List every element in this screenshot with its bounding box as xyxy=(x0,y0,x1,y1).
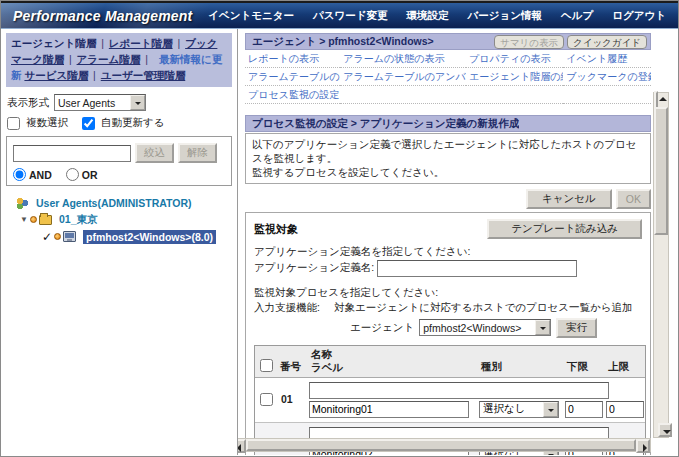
or-label: OR xyxy=(82,169,98,181)
process-name-input[interactable] xyxy=(309,382,609,399)
horizontal-scroll-thumb[interactable] xyxy=(246,439,636,451)
agent-menu-panel: エージェント > pfmhost2<Windows> サマリの表示 クイックガイ… xyxy=(245,33,651,104)
link-process-monitoring-settings[interactable]: プロセス監視の設定 xyxy=(248,89,339,100)
scroll-down-icon[interactable] xyxy=(658,423,672,437)
chevron-down-icon[interactable] xyxy=(130,95,145,110)
vertical-scrollbar[interactable] xyxy=(653,92,669,438)
process-instruction: 監視対象プロセスを指定してください: xyxy=(254,286,438,300)
process-label-input[interactable] xyxy=(309,401,469,418)
col-number: 番号 xyxy=(278,360,309,375)
folder-icon xyxy=(39,215,52,225)
tree-expand-icon[interactable]: ▼ xyxy=(18,215,30,224)
main-pane: エージェント > pfmhost2<Windows> サマリの表示 クイックガイ… xyxy=(238,29,678,455)
display-format-label: 表示形式 xyxy=(7,96,49,110)
vertical-scroll-thumb[interactable] xyxy=(654,107,668,235)
title-bar: Performance Management イベントモニター パスワード変更 … xyxy=(1,1,678,29)
tree-folder-label: 01_東京 xyxy=(59,213,98,227)
agent-select-value: pfmhost2<Windows> xyxy=(420,322,535,334)
link-bind-alarm-table[interactable]: アラームテーブルのバインド xyxy=(248,71,340,82)
nav-separator: | xyxy=(69,53,72,65)
upper-limit-input[interactable] xyxy=(606,401,644,418)
agent-select-label: エージェント xyxy=(350,321,414,335)
col-type: 種別 xyxy=(479,360,565,375)
and-label: AND xyxy=(29,169,52,181)
description-line1: 以下のアプリケーション定義で選択したエージェントに対応したホストのプロセスを監視… xyxy=(252,137,644,165)
scroll-right-icon[interactable] xyxy=(636,439,650,453)
user-agents-icon xyxy=(16,197,29,209)
agent-action-links: レポートの表示 アラームの状態の表示 プロパティの表示 イベント履歴 アラームテ… xyxy=(245,50,651,104)
scroll-left-icon[interactable] xyxy=(238,439,246,453)
filter-keyword-input[interactable] xyxy=(13,145,131,162)
tree-folder-tokyo[interactable]: ▼ 01_東京 xyxy=(6,211,232,228)
link-display-alarm-status[interactable]: アラームの状態の表示 xyxy=(343,53,444,64)
chevron-down-icon[interactable] xyxy=(543,402,558,417)
table-row: 01 選択なし xyxy=(255,378,645,423)
lower-limit-input[interactable] xyxy=(565,401,603,418)
check-icon[interactable]: ✓ xyxy=(40,230,54,244)
quick-guide-button[interactable]: クイックガイド xyxy=(567,35,647,49)
link-edit-agent-hierarchy[interactable]: エージェント階層の編集 xyxy=(469,71,563,82)
link-display-properties[interactable]: プロパティの表示 xyxy=(469,53,550,64)
process-settings-panel: プロセス監視の設定 > アプリケーション定義の新規作成 以下のアプリケーション定… xyxy=(245,115,651,455)
or-radio[interactable] xyxy=(66,168,79,181)
description-line2: 監視するプロセスを設定してください。 xyxy=(252,165,644,179)
row-select-checkbox[interactable] xyxy=(260,393,273,406)
nav-report-hierarchy[interactable]: レポート階層 xyxy=(109,37,173,49)
tree-filter-box: 絞込 解除 AND OR xyxy=(6,136,232,186)
auto-update-checkbox[interactable] xyxy=(82,117,95,130)
appdef-name-input[interactable] xyxy=(377,260,577,277)
auto-update-label: 自動更新する xyxy=(101,116,165,130)
cancel-button[interactable]: キャンセル xyxy=(526,189,612,209)
type-select[interactable]: 選択なし xyxy=(479,401,559,418)
select-all-checkbox[interactable] xyxy=(260,359,273,372)
filter-clear-button[interactable]: 解除 xyxy=(178,143,217,163)
summary-display-button[interactable]: サマリの表示 xyxy=(494,35,564,49)
agent-select[interactable]: pfmhost2<Windows> xyxy=(419,319,551,336)
link-event-history[interactable]: イベント履歴 xyxy=(566,53,627,64)
menu-environment-settings[interactable]: 環境設定 xyxy=(407,9,449,23)
chevron-down-icon[interactable] xyxy=(535,320,550,335)
hierarchy-nav: エージェント階層 | レポート階層 | ブックマーク階層 | アラーム階層 | … xyxy=(6,33,232,87)
menu-logout[interactable]: ログアウト xyxy=(612,9,666,23)
ok-button[interactable]: OK xyxy=(616,189,651,209)
display-format-select[interactable]: User Agents xyxy=(54,94,146,111)
multi-select-checkbox[interactable] xyxy=(7,117,20,130)
input-assist-description: 対象エージェントに対応するホストでのプロセス一覧から追加 xyxy=(334,301,633,315)
horizontal-scrollbar[interactable] xyxy=(238,438,651,452)
menu-help[interactable]: ヘルプ xyxy=(561,9,593,23)
menu-version-info[interactable]: バージョン情報 xyxy=(468,9,542,23)
load-template-button[interactable]: テンプレート読み込み xyxy=(487,219,642,239)
nav-separator: | xyxy=(145,53,148,65)
tree-agent-label: pfmhost2<Windows>(8.0) xyxy=(83,230,216,244)
app-window: Performance Management イベントモニター パスワード変更 … xyxy=(0,0,679,457)
col-lower: 下限 xyxy=(565,360,606,375)
nav-agent-hierarchy: エージェント階層 xyxy=(11,37,96,49)
nav-separator: | xyxy=(177,37,180,49)
menu-event-monitor[interactable]: イベントモニター xyxy=(208,9,294,23)
execute-button[interactable]: 実行 xyxy=(556,318,597,338)
filter-narrow-button[interactable]: 絞込 xyxy=(135,143,174,163)
process-table-header: 番号 名称 ラベル 種別 下限 上限 xyxy=(255,346,645,378)
link-register-bookmark[interactable]: ブックマークの登録 xyxy=(566,71,651,82)
banner-menu: イベントモニター パスワード変更 環境設定 バージョン情報 ヘルプ ログアウト xyxy=(208,9,666,23)
agent-panel-header: エージェント > pfmhost2<Windows> サマリの表示 クイックガイ… xyxy=(245,33,651,50)
menu-change-password[interactable]: パスワード変更 xyxy=(313,9,387,23)
sidebar: エージェント階層 | レポート階層 | ブックマーク階層 | アラーム階層 | … xyxy=(1,29,238,455)
process-breadcrumb: プロセス監視の設定 > アプリケーション定義の新規作成 xyxy=(252,117,519,131)
monitor-target-heading: 監視対象 xyxy=(254,219,298,237)
nav-alarm-hierarchy[interactable]: アラーム階層 xyxy=(77,53,141,65)
link-display-report[interactable]: レポートの表示 xyxy=(248,53,319,64)
app-logo: Performance Management xyxy=(13,8,192,24)
process-panel-header: プロセス監視の設定 > アプリケーション定義の新規作成 xyxy=(245,115,651,132)
status-badge-icon xyxy=(30,216,37,223)
and-radio[interactable] xyxy=(13,168,26,181)
tree-agent-pfmhost2[interactable]: ✓ pfmhost2<Windows>(8.0) xyxy=(6,228,232,245)
host-monitor-icon xyxy=(63,231,76,242)
link-unbind-alarm-table[interactable]: アラームテーブルのアンバインド xyxy=(343,71,466,82)
nav-service-hierarchy[interactable]: サービス階層 xyxy=(24,69,88,81)
nav-user-admin-hierarchy[interactable]: ユーザー管理階層 xyxy=(101,69,186,81)
col-name-label: 名称 ラベル xyxy=(309,348,479,375)
appdef-instruction: アプリケーション定義名を指定してください: xyxy=(254,245,470,259)
tree-root-user-agents[interactable]: User Agents(ADMINISTRATOR) xyxy=(6,194,232,211)
display-format-value: User Agents xyxy=(55,97,130,109)
